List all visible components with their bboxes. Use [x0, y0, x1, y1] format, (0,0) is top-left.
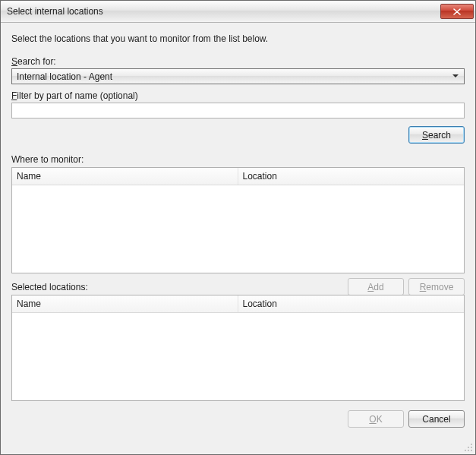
- window-title: Select internal locations: [7, 6, 440, 17]
- dialog-buttons-row: OK Cancel: [11, 410, 465, 428]
- search-button-row: Search: [11, 126, 465, 144]
- selected-col-location[interactable]: Location: [238, 295, 465, 312]
- search-for-combo[interactable]: Internal location - Agent: [11, 68, 465, 84]
- monitor-list-body: [12, 185, 464, 273]
- monitor-col-location[interactable]: Location: [238, 168, 465, 185]
- svg-point-4: [468, 450, 469, 451]
- monitor-list-header: Name Location: [12, 168, 464, 185]
- svg-point-1: [468, 447, 469, 448]
- svg-point-5: [471, 450, 472, 451]
- selected-list-header: Name Location: [12, 295, 464, 313]
- cancel-button[interactable]: Cancel: [408, 410, 465, 428]
- instruction-text: Select the locations that you want to mo…: [11, 33, 465, 44]
- selected-col-name[interactable]: Name: [12, 295, 238, 312]
- resize-grip-icon[interactable]: [464, 443, 473, 452]
- svg-point-2: [471, 447, 472, 448]
- selected-listview[interactable]: Name Location: [11, 295, 465, 401]
- svg-point-3: [465, 450, 466, 451]
- search-for-label: Search for:: [11, 56, 465, 67]
- selected-list-body: [12, 313, 464, 400]
- close-button[interactable]: [440, 4, 474, 19]
- chevron-down-icon: [450, 74, 461, 78]
- svg-point-0: [471, 444, 472, 445]
- dialog-window: Select internal locations Select the loc…: [0, 0, 476, 455]
- ok-button[interactable]: OK: [348, 410, 404, 428]
- filter-label: Filter by part of name (optional): [11, 90, 465, 101]
- filter-input[interactable]: [11, 103, 465, 118]
- selected-section-label: Selected locations:: [11, 282, 465, 292]
- monitor-col-name[interactable]: Name: [12, 168, 238, 185]
- search-button[interactable]: Search: [408, 126, 465, 144]
- dialog-content: Select the locations that you want to mo…: [1, 23, 475, 454]
- search-for-selected: Internal location - Agent: [17, 71, 450, 82]
- monitor-listview[interactable]: Name Location: [11, 167, 465, 273]
- close-icon: [453, 8, 461, 15]
- monitor-section-label: Where to monitor:: [11, 154, 465, 165]
- titlebar: Select internal locations: [1, 1, 475, 23]
